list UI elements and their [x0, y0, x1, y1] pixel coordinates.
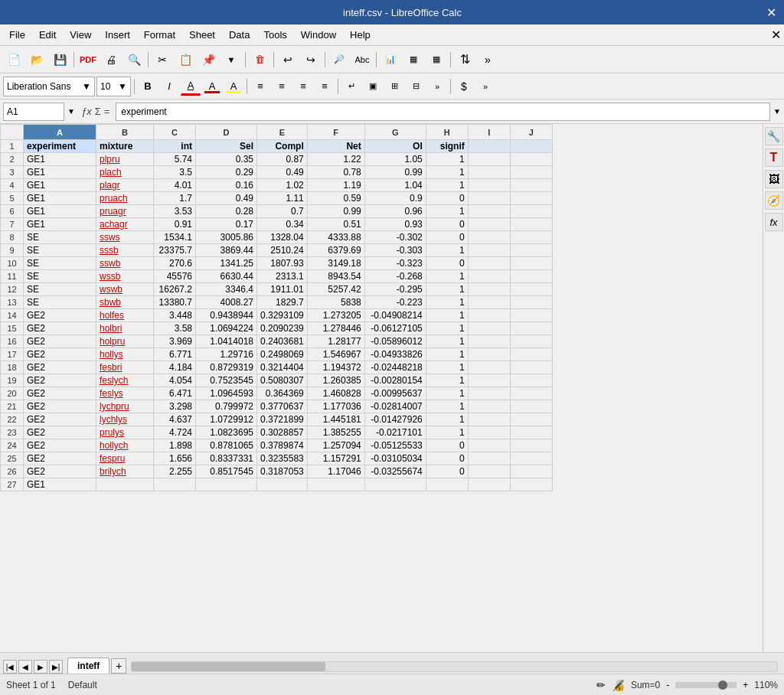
format-more[interactable]: »	[427, 77, 447, 96]
cell[interactable]: 1	[426, 413, 468, 426]
cell[interactable]: GE1	[24, 218, 96, 231]
cell[interactable]	[426, 478, 468, 491]
cell[interactable]: 1.04	[364, 179, 426, 192]
cell[interactable]: GE2	[24, 426, 96, 439]
cell[interactable]: 0.87	[257, 153, 308, 166]
cell[interactable]: GE2	[24, 309, 96, 322]
cell[interactable]: 0.3721899	[257, 413, 308, 426]
cell[interactable]: 1	[426, 387, 468, 400]
italic-button[interactable]: I	[159, 77, 179, 96]
chart-button[interactable]: 📊	[380, 50, 401, 70]
save-button[interactable]: 💾	[49, 50, 70, 70]
cell[interactable]: 16267.2	[154, 283, 196, 296]
cell[interactable]	[510, 374, 552, 387]
cell[interactable]: holfes	[96, 309, 154, 322]
cell[interactable]: 0.49	[196, 192, 257, 205]
cell[interactable]: holpru	[96, 335, 154, 348]
cell[interactable]: GE2	[24, 413, 96, 426]
col-header-E[interactable]: E	[257, 125, 308, 140]
cell[interactable]: 0	[426, 257, 468, 270]
cell[interactable]: GE2	[24, 322, 96, 335]
menu-insert[interactable]: Insert	[99, 27, 136, 43]
navigator-icon[interactable]: 🧭	[765, 191, 783, 210]
cell[interactable]: 1	[426, 153, 468, 166]
cell[interactable]: 1	[426, 166, 468, 179]
cell[interactable]	[468, 426, 510, 439]
cell[interactable]: 0.91	[154, 218, 196, 231]
cell[interactable]: 4.724	[154, 426, 196, 439]
cell[interactable]: feslych	[96, 374, 154, 387]
formula-equal-icon[interactable]: =	[104, 106, 110, 117]
cell[interactable]: 1.194372	[307, 361, 364, 374]
cell[interactable]: 8943.54	[307, 270, 364, 283]
cell[interactable]: SE	[24, 257, 96, 270]
cell[interactable]: 1911.01	[257, 283, 308, 296]
more-button[interactable]: »	[477, 50, 498, 70]
cell[interactable]	[510, 309, 552, 322]
cell[interactable]: wssb	[96, 270, 154, 283]
cell[interactable]: -0.04933826	[364, 348, 426, 361]
cell[interactable]	[468, 413, 510, 426]
cell[interactable]: 4.184	[154, 361, 196, 374]
cell[interactable]: 0.7523545	[196, 374, 257, 387]
cell[interactable]: -0.03255674	[364, 465, 426, 478]
cell[interactable]: 1	[426, 400, 468, 413]
cell[interactable]: 0	[426, 231, 468, 244]
cell[interactable]	[510, 218, 552, 231]
cell[interactable]: experiment	[24, 140, 96, 153]
zoom-in-icon[interactable]: +	[743, 680, 748, 690]
cell[interactable]: GE2	[24, 439, 96, 452]
cell[interactable]: 1	[426, 244, 468, 257]
cell[interactable]	[468, 322, 510, 335]
cell[interactable]	[468, 205, 510, 218]
cell[interactable]: 3.969	[154, 335, 196, 348]
cell[interactable]	[468, 140, 510, 153]
cell[interactable]: SE	[24, 231, 96, 244]
cell[interactable]: 0.8517545	[196, 465, 257, 478]
cell[interactable]: holbri	[96, 322, 154, 335]
formula-expand-icon[interactable]: ▼	[773, 107, 781, 116]
cell[interactable]: pruach	[96, 192, 154, 205]
cell[interactable]: 1	[426, 179, 468, 192]
table2-button[interactable]: ▦	[426, 50, 447, 70]
new-button[interactable]: 📄	[3, 50, 24, 70]
redo-button[interactable]: ↪	[300, 50, 322, 70]
cell[interactable]	[510, 387, 552, 400]
font-selector[interactable]: Liberation Sans ▼	[3, 77, 95, 96]
cell[interactable]: 5838	[307, 296, 364, 309]
col-header-I[interactable]: I	[468, 125, 510, 140]
cell[interactable]: 0.3789874	[257, 439, 308, 452]
cell[interactable]	[510, 179, 552, 192]
cell[interactable]: -0.302	[364, 231, 426, 244]
cell[interactable]	[510, 153, 552, 166]
cell[interactable]: 4008.27	[196, 296, 257, 309]
spellcheck-button[interactable]: Abc	[351, 50, 373, 70]
cell[interactable]	[510, 166, 552, 179]
cell[interactable]: 1	[426, 322, 468, 335]
cell[interactable]	[510, 465, 552, 478]
text-icon[interactable]: T	[765, 148, 783, 167]
cell[interactable]: GE2	[24, 335, 96, 348]
cell[interactable]: 45576	[154, 270, 196, 283]
cell[interactable]: 0.3187053	[257, 465, 308, 478]
cell[interactable]	[307, 478, 364, 491]
cell[interactable]	[468, 244, 510, 257]
cell-ref-dropdown[interactable]: ▼	[67, 107, 75, 116]
cell[interactable]: 1.11	[257, 192, 308, 205]
cell[interactable]: 0.8337331	[196, 452, 257, 465]
menu-view[interactable]: View	[64, 27, 97, 43]
cell[interactable]: 1	[426, 283, 468, 296]
cell[interactable]: plach	[96, 166, 154, 179]
cell[interactable]: SE	[24, 296, 96, 309]
col-header-A[interactable]: A	[24, 125, 96, 140]
cell[interactable]: 1.0694224	[196, 322, 257, 335]
cell[interactable]: -0.323	[364, 257, 426, 270]
cell[interactable]: 23375.7	[154, 244, 196, 257]
cell[interactable]: -0.03105034	[364, 452, 426, 465]
col-header-D[interactable]: D	[196, 125, 257, 140]
preview-button[interactable]: 🔍	[123, 50, 145, 70]
cell[interactable]	[364, 478, 426, 491]
cell[interactable]: pruagr	[96, 205, 154, 218]
cell[interactable]	[468, 335, 510, 348]
cell[interactable]: OI	[364, 140, 426, 153]
